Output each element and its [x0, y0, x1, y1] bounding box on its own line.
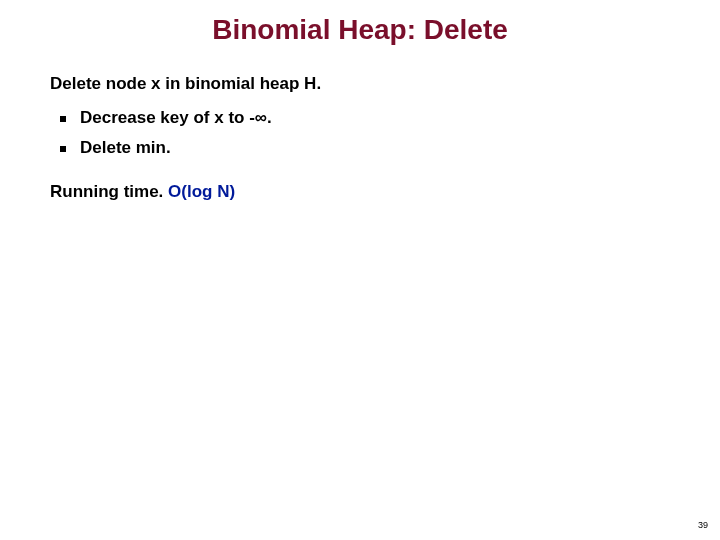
running-time-line: Running time. O(log N)	[50, 182, 670, 202]
bullet-icon	[60, 146, 66, 152]
content-block: Delete node x in binomial heap H. Decrea…	[50, 74, 670, 202]
bullet-icon	[60, 116, 66, 122]
list-item: Delete min.	[60, 138, 670, 158]
running-time-label: Running time.	[50, 182, 168, 201]
bullet-list: Decrease key of x to -∞. Delete min.	[60, 108, 670, 158]
list-item: Decrease key of x to -∞.	[60, 108, 670, 128]
page-title: Binomial Heap: Delete	[0, 14, 720, 46]
running-time-value: O(log N)	[168, 182, 235, 201]
bullet-text: Decrease key of x to -∞.	[80, 108, 272, 128]
page-number: 39	[698, 520, 708, 530]
intro-line: Delete node x in binomial heap H.	[50, 74, 670, 94]
bullet-text: Delete min.	[80, 138, 171, 158]
